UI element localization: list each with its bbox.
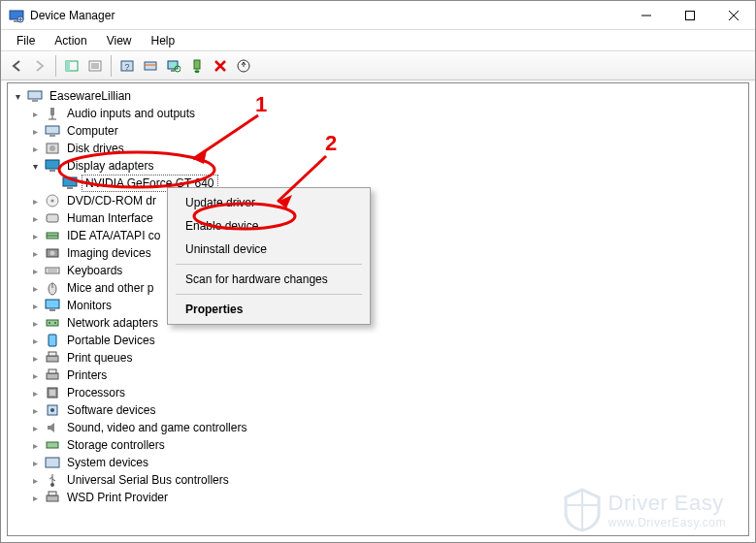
tree-category[interactable]: Software devices — [29, 401, 748, 419]
menu-file[interactable]: File — [9, 32, 43, 49]
device-tree-panel: EasewareLillian Audio inputs and outputs… — [7, 82, 749, 536]
ctx-properties[interactable]: Properties — [168, 298, 370, 321]
menu-view[interactable]: View — [99, 32, 140, 49]
menubar: File Action View Help — [1, 30, 755, 51]
tree-category[interactable]: Monitors — [29, 297, 748, 314]
expand-toggle-icon[interactable] — [29, 404, 41, 416]
tree-category[interactable]: DVD/CD-ROM dr — [29, 192, 748, 209]
expand-toggle-icon[interactable] — [29, 247, 41, 259]
expand-toggle-icon[interactable] — [29, 422, 41, 433]
tree-category[interactable]: System devices — [29, 454, 748, 471]
tree-category[interactable]: Mice and other p — [29, 279, 748, 297]
tree-category[interactable]: Keyboards — [29, 262, 748, 279]
minimize-button[interactable] — [624, 1, 668, 29]
category-label: Audio inputs and outputs — [64, 106, 198, 121]
expand-toggle-icon[interactable] — [29, 457, 41, 468]
properties-button[interactable] — [83, 54, 107, 78]
window-title: Device Manager — [30, 9, 624, 22]
expand-toggle-icon[interactable] — [29, 369, 41, 381]
ctx-enable-device[interactable]: Enable device — [168, 214, 370, 238]
close-button[interactable] — [711, 1, 755, 29]
uninstall-button[interactable] — [209, 54, 232, 78]
back-button[interactable] — [5, 54, 28, 78]
tree-root-computer[interactable]: EasewareLillian — [12, 87, 748, 105]
expand-toggle-icon[interactable] — [29, 212, 41, 224]
help-button[interactable]: ? — [115, 54, 139, 78]
close-icon — [729, 11, 739, 20]
scan-button[interactable] — [139, 54, 162, 78]
computer-icon — [45, 123, 60, 139]
tree-category[interactable]: Disk drives — [29, 140, 748, 157]
arrow-left-icon — [10, 59, 23, 73]
tree-category[interactable]: Printers — [29, 367, 748, 384]
svg-rect-24 — [63, 177, 77, 186]
device-manager-window: Device Manager File Action View Help ? — [0, 0, 756, 543]
ctx-update-driver[interactable]: Update driver — [168, 191, 370, 214]
tree-category[interactable]: Audio inputs and outputs — [29, 105, 748, 122]
tree-device-selected[interactable]: NVIDIA GeForce GT 640 — [47, 175, 748, 192]
svg-rect-25 — [67, 187, 73, 189]
expand-toggle-icon[interactable] — [29, 387, 41, 399]
enable-button[interactable] — [185, 54, 209, 78]
expand-toggle-icon[interactable] — [29, 439, 41, 451]
expand-toggle-icon[interactable] — [29, 282, 41, 294]
tree-category[interactable]: Storage controllers — [29, 436, 748, 454]
category-label: Processors — [64, 385, 128, 400]
svg-rect-35 — [49, 309, 55, 311]
ctx-scan[interactable]: Scan for hardware changes — [168, 268, 370, 291]
expand-toggle-icon[interactable] — [29, 143, 41, 154]
tree-category[interactable]: Portable Devices — [29, 332, 748, 349]
maximize-button[interactable] — [668, 1, 711, 29]
category-label: Keyboards — [64, 263, 125, 278]
expand-toggle-icon[interactable] — [29, 492, 41, 503]
tree-category[interactable]: Sound, video and game controllers — [29, 419, 748, 436]
expand-toggle-icon[interactable] — [29, 352, 41, 364]
svg-rect-39 — [49, 335, 56, 346]
titlebar: Device Manager — [1, 1, 755, 30]
tree-category[interactable]: Imaging devices — [29, 244, 748, 262]
forward-button[interactable] — [28, 54, 51, 78]
category-label: Network adapters — [64, 315, 161, 331]
category-label: Storage controllers — [64, 437, 168, 453]
expand-toggle-icon[interactable] — [29, 125, 41, 137]
keyboard-icon — [45, 263, 60, 278]
tree-category[interactable]: Human Interface — [29, 209, 748, 227]
expand-toggle-icon[interactable] — [12, 90, 23, 102]
monitor-refresh-icon — [167, 59, 181, 73]
tree-category[interactable]: Network adapters — [29, 314, 748, 332]
tree-category[interactable]: Universal Serial Bus controllers — [29, 471, 748, 489]
arrow-right-icon — [33, 59, 47, 73]
tree-category[interactable]: Display adapters — [29, 157, 748, 175]
expand-toggle-icon[interactable] — [29, 335, 41, 346]
context-menu: Update driver Enable device Uninstall de… — [167, 187, 371, 325]
category-label: Mice and other p — [64, 280, 156, 296]
delete-icon — [214, 59, 227, 73]
expand-toggle-icon[interactable] — [29, 474, 41, 486]
expand-toggle-icon[interactable] — [29, 317, 41, 329]
update-driver-button[interactable] — [162, 54, 185, 78]
ctx-uninstall[interactable]: Uninstall device — [168, 238, 370, 261]
show-hide-tree-button[interactable] — [60, 54, 83, 78]
expand-toggle-icon[interactable] — [29, 265, 41, 276]
category-label: DVD/CD-ROM dr — [64, 193, 159, 208]
svg-rect-51 — [47, 495, 58, 501]
tree-category[interactable]: Print queues — [29, 349, 748, 367]
svg-rect-28 — [47, 214, 58, 222]
usb-icon — [45, 472, 60, 488]
expand-toggle-icon[interactable] — [29, 160, 41, 172]
computer-icon — [27, 88, 43, 104]
expand-toggle-icon[interactable] — [29, 300, 41, 311]
menu-action[interactable]: Action — [47, 32, 94, 49]
tree-category[interactable]: IDE ATA/ATAPI co — [29, 227, 748, 244]
expand-toggle-icon[interactable] — [29, 108, 41, 119]
svg-rect-34 — [46, 300, 59, 308]
svg-rect-18 — [46, 126, 59, 134]
tree-category[interactable]: Computer — [29, 122, 748, 140]
tree-category[interactable]: Processors — [29, 384, 748, 401]
expand-toggle-icon[interactable] — [29, 195, 41, 207]
svg-rect-11 — [171, 70, 175, 72]
menu-help[interactable]: Help — [144, 32, 183, 49]
scan-hardware-button[interactable] — [232, 54, 255, 78]
expand-toggle-icon[interactable] — [29, 230, 41, 241]
svg-rect-5 — [66, 61, 70, 71]
